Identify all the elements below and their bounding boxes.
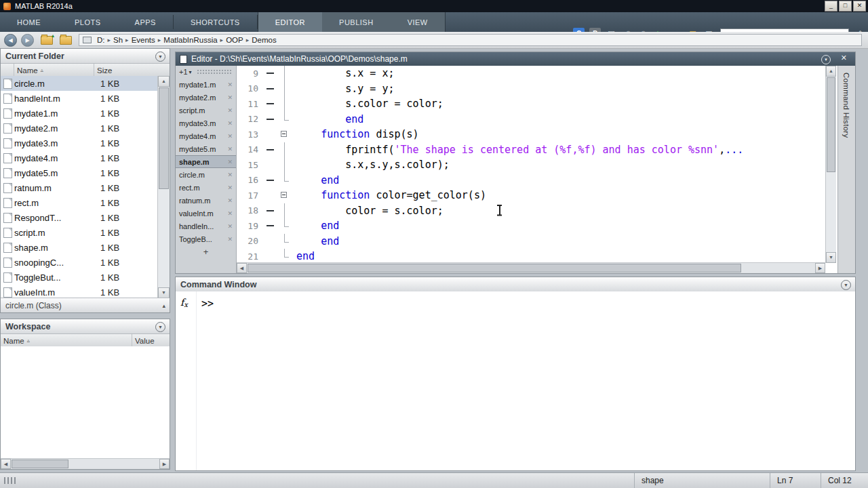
tab-shortcuts[interactable]: SHORTCUTS xyxy=(174,12,257,32)
file-row[interactable]: circle.m1 KB xyxy=(1,76,158,91)
scroll-right-icon[interactable]: ▶ xyxy=(815,263,825,273)
breakpoint-margin[interactable] xyxy=(262,180,277,181)
value-column-header[interactable]: Value xyxy=(132,334,170,347)
collapse-details-icon[interactable]: ▴ xyxy=(162,302,165,309)
close-tab-icon[interactable]: ✕ xyxy=(227,197,233,204)
doc-tab-toggleb[interactable]: ToggleB...✕ xyxy=(176,232,236,245)
breadcrumb-segment[interactable]: D: xyxy=(95,36,107,44)
name-column-header[interactable]: Name▵ xyxy=(1,334,132,347)
scroll-thumb[interactable] xyxy=(248,264,741,272)
scroll-up-icon[interactable]: ▲ xyxy=(158,76,170,87)
tab-apps[interactable]: APPS xyxy=(118,12,173,32)
line-number[interactable]: 20 xyxy=(237,236,262,246)
new-tab-button[interactable]: + xyxy=(176,245,236,258)
doc-tab-strip-header[interactable]: +1▾ xyxy=(176,66,236,78)
scroll-right-icon[interactable]: ▶ xyxy=(159,459,170,469)
code-fold-margin[interactable] xyxy=(277,142,291,158)
line-number[interactable]: 12 xyxy=(237,114,262,124)
close-tab-icon[interactable]: ✕ xyxy=(227,120,233,127)
scroll-left-icon[interactable]: ◀ xyxy=(1,459,11,469)
close-tab-icon[interactable]: ✕ xyxy=(227,94,233,101)
code-fold-margin[interactable] xyxy=(277,173,291,188)
fold-collapse-icon[interactable] xyxy=(281,131,287,137)
breadcrumb-segment[interactable]: OOP xyxy=(224,36,245,44)
tab-publish[interactable]: PUBLISH xyxy=(322,12,391,32)
doc-tab-mydate3m[interactable]: mydate3.m✕ xyxy=(176,117,236,129)
doc-tab-handlein[interactable]: handleIn...✕ xyxy=(176,220,236,232)
scroll-thumb[interactable] xyxy=(12,460,68,468)
file-row[interactable]: ratnum.m1 KB xyxy=(1,180,158,195)
breadcrumb-segment[interactable]: Sh xyxy=(111,36,125,44)
file-row[interactable]: ToggleBut...1 KB xyxy=(1,270,158,285)
line-number[interactable]: 17 xyxy=(237,190,262,201)
editor-title-bar[interactable]: Editor - D:\Sh\Events\MatlabInRussia\OOP… xyxy=(176,52,855,66)
code-fold-margin[interactable] xyxy=(277,203,291,219)
command-window-body[interactable]: fx >> xyxy=(176,291,855,470)
doc-tab-circlem[interactable]: circle.m✕ xyxy=(176,168,236,181)
close-tab-icon[interactable]: ✕ xyxy=(227,159,233,165)
tab-editor[interactable]: EDITOR xyxy=(258,12,322,32)
breakpoint-margin[interactable] xyxy=(262,88,277,89)
file-row[interactable]: shape.m1 KB xyxy=(1,240,158,255)
fx-icon[interactable]: fx xyxy=(180,297,188,308)
panel-menu-icon[interactable]: ▼ xyxy=(841,280,851,290)
panel-menu-icon[interactable]: ▼ xyxy=(155,52,165,62)
line-number[interactable]: 10 xyxy=(237,83,262,94)
code-line-10[interactable]: 10 s.y = y; xyxy=(237,81,825,97)
code-line-11[interactable]: 11 s.color = color; xyxy=(237,96,825,112)
size-column-header[interactable]: Size xyxy=(94,64,170,77)
command-prompt[interactable]: >> xyxy=(201,298,214,310)
breakpoint-margin[interactable] xyxy=(262,210,277,211)
doc-tab-mydate5m[interactable]: mydate5.m✕ xyxy=(176,142,236,155)
code-fold-margin[interactable] xyxy=(277,234,291,249)
doc-tab-rectm[interactable]: rect.m✕ xyxy=(176,181,236,194)
icon-column-header[interactable] xyxy=(1,64,14,77)
code-line-16[interactable]: 16 end xyxy=(237,173,825,188)
minimize-button[interactable]: _ xyxy=(825,1,837,12)
scroll-thumb[interactable] xyxy=(159,87,169,189)
forward-button[interactable]: ▶ xyxy=(21,34,34,47)
file-row[interactable]: snoopingC...1 KB xyxy=(1,255,158,270)
breadcrumb-segment[interactable]: MatlabInRussia xyxy=(161,36,219,44)
file-row[interactable]: mydate5.m1 KB xyxy=(1,165,158,180)
breadcrumb[interactable]: D:▸Sh▸Events▸MatlabInRussia▸OOP▸Demos xyxy=(79,34,862,46)
close-tab-icon[interactable]: ✕ xyxy=(227,184,233,191)
code-fold-margin[interactable] xyxy=(277,249,291,263)
close-tab-icon[interactable]: ✕ xyxy=(227,223,233,230)
close-tab-icon[interactable]: ✕ xyxy=(227,107,233,114)
code-line-9[interactable]: 9 s.x = x; xyxy=(237,66,825,81)
close-tab-icon[interactable]: ✕ xyxy=(227,81,233,88)
doc-tab-mydate2m[interactable]: mydate2.m✕ xyxy=(176,91,236,104)
code-line-15[interactable]: 15 s.x,s.y,s.color); xyxy=(237,157,825,173)
name-column-header[interactable]: Name▵ xyxy=(14,64,94,77)
doc-tab-valueintm[interactable]: valueInt.m✕ xyxy=(176,207,236,220)
current-folder-scrollbar[interactable]: ▲ ▼ xyxy=(157,76,170,298)
file-row[interactable]: handleInt.m1 KB xyxy=(1,91,158,106)
close-tab-icon[interactable]: ✕ xyxy=(227,133,233,140)
breadcrumb-segment[interactable]: Events xyxy=(130,36,157,44)
code-line-21[interactable]: 21end xyxy=(237,249,825,263)
file-row[interactable]: mydate3.m1 KB xyxy=(1,136,158,150)
code-fold-margin[interactable] xyxy=(277,127,291,142)
doc-tab-scriptm[interactable]: script.m✕ xyxy=(176,104,236,117)
doc-tab-mydate1m[interactable]: mydate1.m✕ xyxy=(176,78,236,91)
close-tab-icon[interactable]: ✕ xyxy=(227,210,233,217)
file-row[interactable]: rect.m1 KB xyxy=(1,195,158,210)
code-line-12[interactable]: 12 end xyxy=(237,112,825,127)
breakpoint-margin[interactable] xyxy=(262,103,277,104)
editor-hscrollbar[interactable]: ◀ ▶ xyxy=(237,262,825,273)
file-row[interactable]: script.m1 KB xyxy=(1,225,158,240)
line-number[interactable]: 15 xyxy=(237,160,262,170)
line-number[interactable]: 9 xyxy=(237,68,262,79)
editor-vscrollbar[interactable]: ▲ ▼ xyxy=(825,66,836,263)
line-number[interactable]: 14 xyxy=(237,144,262,155)
tab-home[interactable]: HOME xyxy=(0,12,58,32)
editor-menu-icon[interactable]: ▼ xyxy=(821,55,831,64)
fold-collapse-icon[interactable] xyxy=(281,192,287,198)
code-line-13[interactable]: 13 function disp(s) xyxy=(237,127,825,142)
code-fold-margin[interactable] xyxy=(277,66,291,81)
doc-tab-ratnumm[interactable]: ratnum.m✕ xyxy=(176,194,236,207)
tab-view[interactable]: VIEW xyxy=(391,12,445,32)
drag-handle[interactable] xyxy=(197,69,233,75)
workspace-hscrollbar[interactable]: ◀ ▶ xyxy=(1,458,170,469)
